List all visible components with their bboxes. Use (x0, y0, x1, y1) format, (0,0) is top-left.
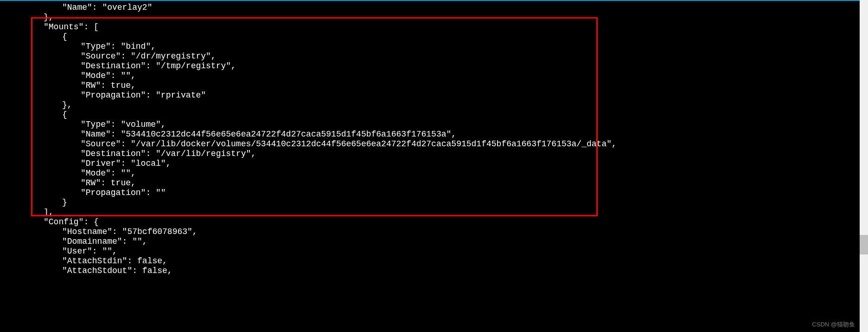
terminal-line: "Destination": "/tmp/registry", (5, 61, 868, 71)
terminal-line: "Mode": "", (5, 169, 868, 178)
terminal-line: "Mode": "", (5, 71, 868, 81)
watermark: CSDN @猫吻鱼 (812, 319, 855, 329)
terminal-line: "Config": { (5, 217, 868, 227)
terminal-line: "Type": "bind", (5, 42, 868, 52)
terminal-line: "Hostname": "57bcf6078963", (5, 227, 868, 237)
terminal-line: ], (5, 208, 868, 217)
scrollbar-thumb[interactable] (860, 235, 868, 254)
terminal-line: { (5, 32, 868, 42)
scrollbar-track[interactable] (860, 0, 868, 332)
terminal-line: "Mounts": [ (5, 22, 868, 32)
terminal-line: "Type": "volume", (5, 120, 868, 130)
terminal-output: "Name": "overlay2"},"Mounts": [{"Type": … (0, 0, 868, 276)
terminal-line: "Name": "534410c2312dc44f56e65e6ea24722f… (5, 130, 868, 139)
terminal-line: "Name": "overlay2" (5, 3, 868, 13)
terminal-line: "Propagation": "" (5, 188, 868, 198)
terminal-line: "Driver": "local", (5, 159, 868, 169)
terminal-line: "AttachStdin": false, (5, 256, 868, 266)
terminal-line: }, (5, 100, 868, 110)
terminal-line: "Source": "/var/lib/docker/volumes/53441… (5, 139, 868, 149)
terminal-line: "Domainname": "", (5, 237, 868, 247)
terminal-line: "Source": "/dr/myregistry", (5, 52, 868, 61)
terminal-line: "User": "", (5, 247, 868, 256)
terminal-line: } (5, 198, 868, 208)
terminal-line: "Propagation": "rprivate" (5, 91, 868, 100)
terminal-line: "RW": true, (5, 81, 868, 91)
terminal-line: "Destination": "/var/lib/registry", (5, 149, 868, 159)
terminal-line: { (5, 110, 868, 120)
terminal-line: "RW": true, (5, 178, 868, 188)
terminal-line: }, (5, 13, 868, 22)
terminal-line: "AttachStdout": false, (5, 266, 868, 276)
